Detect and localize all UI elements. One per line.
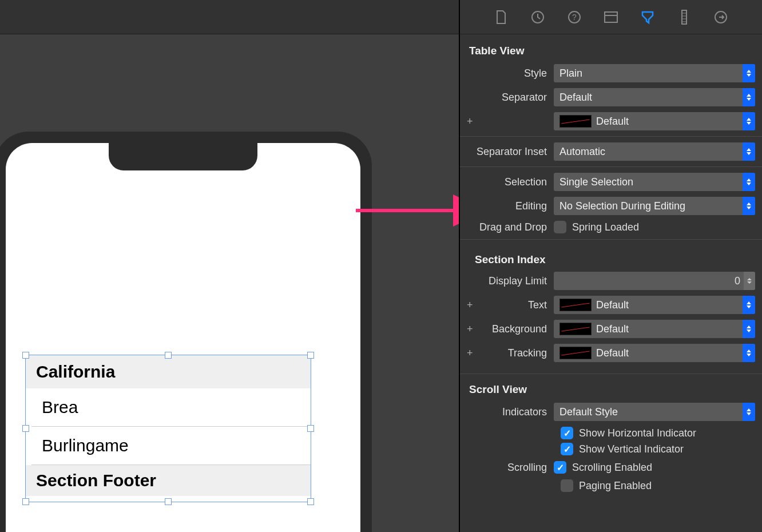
file-inspector-tab[interactable] xyxy=(494,10,509,25)
resize-handle[interactable] xyxy=(22,425,29,432)
attributes-inspector: ? Table View Style Plain Separator Defau… xyxy=(459,0,762,532)
indicators-popup[interactable]: Default Style xyxy=(554,403,755,421)
display-limit-label: Display Limit xyxy=(467,275,554,287)
spring-loaded-checkbox[interactable] xyxy=(554,221,566,233)
inspector-tabs: ? xyxy=(460,0,762,34)
color-swatch xyxy=(559,299,592,311)
table-cell[interactable]: Burlingame xyxy=(31,427,311,465)
stepper-arrows-icon[interactable] xyxy=(744,272,755,290)
resize-handle[interactable] xyxy=(165,352,172,359)
editing-label: Editing xyxy=(467,200,554,212)
show-horizontal-label: Show Horizontal Indicator xyxy=(579,427,696,439)
attributes-inspector-tab[interactable] xyxy=(640,10,655,25)
chevron-updown-icon xyxy=(743,403,755,421)
device-notch xyxy=(109,143,257,170)
add-icon[interactable]: + xyxy=(467,116,473,128)
resize-handle[interactable] xyxy=(165,498,172,505)
spring-loaded-label: Spring Loaded xyxy=(572,221,639,233)
resize-handle[interactable] xyxy=(22,498,29,505)
separator-color-popup[interactable]: Default xyxy=(554,112,755,130)
editing-popup[interactable]: No Selection During Editing xyxy=(554,197,755,215)
history-inspector-tab[interactable] xyxy=(530,10,545,25)
selected-table-view[interactable]: California Brea Burlingame Section Foote… xyxy=(25,355,311,502)
resize-handle[interactable] xyxy=(307,352,314,359)
chevron-updown-icon xyxy=(743,296,755,314)
chevron-updown-icon xyxy=(743,173,755,191)
scrolling-enabled-checkbox[interactable] xyxy=(554,461,566,474)
style-label: Style xyxy=(467,68,554,80)
separator-inset-label: Separator Inset xyxy=(467,146,554,158)
chevron-updown-icon xyxy=(743,197,755,215)
add-icon[interactable]: + xyxy=(467,347,473,359)
chevron-updown-icon xyxy=(743,344,755,362)
color-swatch xyxy=(559,323,592,335)
add-icon[interactable]: + xyxy=(467,323,473,335)
show-horizontal-checkbox[interactable] xyxy=(561,427,573,439)
section-header-scroll-view: Scroll View xyxy=(467,380,755,403)
table-cell[interactable]: Brea xyxy=(31,388,311,427)
display-limit-stepper[interactable]: 0 xyxy=(554,272,755,290)
table-section-header[interactable]: California xyxy=(26,355,311,388)
text-color-popup[interactable]: Default xyxy=(554,296,755,314)
text-label: Text xyxy=(467,299,554,311)
paging-enabled-checkbox[interactable] xyxy=(561,479,573,492)
svg-rect-7 xyxy=(605,12,617,22)
drag-drop-label: Drag and Drop xyxy=(467,221,554,233)
background-label: Background xyxy=(467,323,554,335)
selection-popup[interactable]: Single Selection xyxy=(554,173,755,191)
table-section-footer[interactable]: Section Footer xyxy=(26,465,311,496)
scrolling-label: Scrolling xyxy=(467,462,554,474)
tracking-label: Tracking xyxy=(467,347,554,359)
scrolling-enabled-label: Scrolling Enabled xyxy=(572,462,652,474)
resize-handle[interactable] xyxy=(307,425,314,432)
selection-label: Selection xyxy=(467,176,554,188)
add-icon[interactable]: + xyxy=(467,299,473,311)
paging-enabled-label: Paging Enabled xyxy=(579,480,652,492)
chevron-updown-icon xyxy=(743,112,755,130)
indicators-label: Indicators xyxy=(467,406,554,418)
background-color-popup[interactable]: Default xyxy=(554,320,755,338)
color-swatch xyxy=(559,347,592,359)
chevron-updown-icon xyxy=(743,320,755,338)
separator-popup[interactable]: Default xyxy=(554,88,755,106)
size-inspector-tab[interactable] xyxy=(677,10,692,25)
chevron-updown-icon xyxy=(743,64,755,82)
section-header-table-view: Table View xyxy=(467,41,755,64)
resize-handle[interactable] xyxy=(307,498,314,505)
show-vertical-label: Show Vertical Indicator xyxy=(579,443,684,455)
separator-inset-popup[interactable]: Automatic xyxy=(554,142,755,161)
show-vertical-checkbox[interactable] xyxy=(561,443,573,455)
section-header-section-index: Section Index xyxy=(467,245,755,272)
style-popup[interactable]: Plain xyxy=(554,64,755,82)
chevron-updown-icon xyxy=(743,142,755,161)
help-inspector-tab[interactable]: ? xyxy=(567,10,582,25)
color-swatch xyxy=(559,115,592,128)
connections-inspector-tab[interactable] xyxy=(713,10,728,25)
identity-inspector-tab[interactable] xyxy=(604,10,618,25)
interface-builder-canvas[interactable]: California Brea Burlingame Section Foote… xyxy=(0,34,459,532)
chevron-updown-icon xyxy=(743,88,755,106)
svg-text:?: ? xyxy=(572,13,577,22)
tracking-color-popup[interactable]: Default xyxy=(554,344,755,362)
resize-handle[interactable] xyxy=(22,352,29,359)
separator-label: Separator xyxy=(467,92,554,104)
